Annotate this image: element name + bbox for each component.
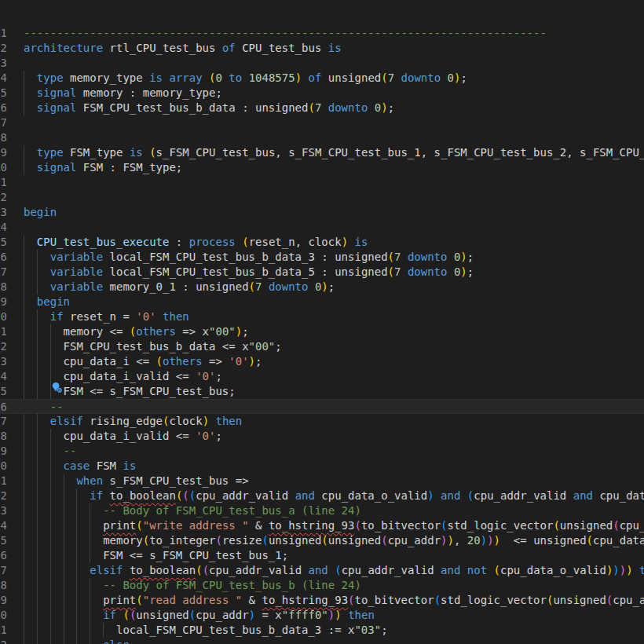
code-text[interactable]: -- Body of FSM_CPU_test_bus_a (line 24) [7,503,644,518]
code-text[interactable]: elsif rising_edge(clock) then [7,414,644,429]
code-line[interactable]: 14 [0,220,644,235]
code-line[interactable]: 17 variable local_FSM_CPU_test_bus_b_dat… [0,265,644,280]
code-text[interactable]: type memory_type is array (0 to 1048575)… [7,71,644,86]
line-number[interactable]: 15 [0,235,7,250]
line-number[interactable]: 1 [0,26,7,41]
line-number[interactable]: 11 [0,175,7,190]
code-text[interactable]: ----------------------------------------… [7,26,644,41]
code-editor[interactable]: 1---------------------------------------… [0,0,644,644]
line-number[interactable]: 42 [0,638,7,644]
code-line[interactable]: 9 type FSM_type is (s_FSM_CPU_test_bus, … [0,145,644,160]
code-text[interactable]: else [7,638,644,644]
line-number[interactable]: 20 [0,309,7,324]
code-text[interactable]: case FSM is [7,459,644,474]
line-number[interactable]: 3 [0,56,7,71]
code-text[interactable]: CPU_test_bus_execute : process (reset_n,… [7,235,644,250]
code-line[interactable]: 23 cpu_data_i <= (others => '0'); [0,354,644,369]
code-text[interactable]: FSM <= s_FSM_CPU_test_bus; [7,384,644,399]
code-text[interactable]: variable local_FSM_CPU_test_bus_b_data_3… [7,250,644,265]
line-number[interactable]: 39 [0,593,7,608]
code-line[interactable]: 36 FSM <= s_FSM_CPU_test_bus_1; [0,548,644,563]
line-number[interactable]: 27 [0,414,7,429]
code-text[interactable]: elsif to_boolean((cpu_addr_valid and (cp… [7,563,644,578]
code-line[interactable]: 16 variable local_FSM_CPU_test_bus_b_dat… [0,250,644,265]
line-number[interactable]: 6 [0,101,7,115]
line-number[interactable]: 13 [0,205,7,220]
code-text[interactable]: cpu_data_i_valid <= '0'; [7,429,644,444]
code-line[interactable]: 4 type memory_type is array (0 to 104857… [0,71,644,86]
line-number[interactable]: 16 [0,250,7,265]
line-number[interactable]: 4 [0,71,7,86]
code-text[interactable]: -- [7,444,644,459]
code-text[interactable]: FSM <= s_FSM_CPU_test_bus_1; [7,548,644,563]
code-line[interactable]: 13begin [0,205,644,220]
code-text[interactable]: memory(to_integer(resize(unsigned(unsign… [7,533,644,548]
line-number[interactable]: 37 [0,563,7,578]
code-text[interactable]: if ((unsigned(cpu_addr) = x"ffff0")) the… [7,608,644,623]
code-text[interactable]: begin [7,295,644,309]
line-number[interactable]: 19 [0,295,7,309]
code-line[interactable]: 37 elsif to_boolean((cpu_addr_valid and … [0,563,644,578]
code-line[interactable]: 8 [0,130,644,145]
line-number[interactable]: 22 [0,339,7,354]
code-line[interactable]: 38 -- Body of FSM_CPU_test_bus_b (line 2… [0,578,644,593]
code-text[interactable]: print("read address " & to_hstring_93(to… [7,593,644,608]
code-line[interactable]: 30 case FSM is [0,459,644,474]
code-line[interactable]: 40 if ((unsigned(cpu_addr) = x"ffff0")) … [0,608,644,623]
line-number[interactable]: 33 [0,503,7,518]
line-number[interactable]: 5 [0,86,7,101]
code-line[interactable]: 28 cpu_data_i_valid <= '0'; [0,429,644,444]
code-line[interactable]: 1---------------------------------------… [0,26,644,41]
code-line[interactable]: 33 -- Body of FSM_CPU_test_bus_a (line 2… [0,503,644,518]
line-number[interactable]: 25 [0,384,7,399]
line-number[interactable]: 41 [0,623,7,638]
code-line[interactable]: 39 print("read address " & to_hstring_93… [0,593,644,608]
code-line[interactable]: 34 print("write address " & to_hstring_9… [0,518,644,533]
line-number[interactable]: 34 [0,518,7,533]
code-line[interactable]: 42 else [0,638,644,644]
code-line[interactable]: 18 variable memory_0_1 : unsigned(7 down… [0,280,644,295]
line-number[interactable]: 28 [0,429,7,444]
line-number[interactable]: 18 [0,280,7,295]
code-line[interactable]: 25 FSM <= s_FSM_CPU_test_bus; [0,384,644,399]
code-line[interactable]: 15 CPU_test_bus_execute : process (reset… [0,235,644,250]
code-text[interactable]: signal memory : memory_type; [7,86,644,101]
line-number[interactable]: 12 [0,190,7,205]
line-number[interactable]: 30 [0,459,7,474]
code-line[interactable]: 5 signal memory : memory_type; [0,86,644,101]
code-text[interactable]: FSM_CPU_test_bus_b_data <= x"00"; [7,339,644,354]
line-number[interactable]: 17 [0,265,7,280]
line-number[interactable]: 38 [0,578,7,593]
code-line[interactable]: 21 memory <= (others => x"00"); [0,324,644,339]
code-line[interactable]: 24 cpu_data_i_valid <= '0'; [0,369,644,384]
line-number[interactable]: 21 [0,324,7,339]
quick-fix-lightbulb-icon[interactable] [24,367,36,379]
code-text[interactable]: local_FSM_CPU_test_bus_b_data_3 := x"03"… [7,623,644,638]
line-number[interactable]: 23 [0,354,7,369]
line-number[interactable]: 7 [0,115,7,130]
code-text[interactable]: signal FSM_CPU_test_bus_b_data : unsigne… [7,101,644,115]
code-line[interactable]: 12 [0,190,644,205]
line-number[interactable]: 2 [0,41,7,56]
code-text[interactable]: variable memory_0_1 : unsigned(7 downto … [7,280,644,295]
code-line[interactable]: 6 signal FSM_CPU_test_bus_b_data : unsig… [0,101,644,115]
code-text[interactable]: cpu_data_i_valid <= '0'; [7,369,644,384]
line-number[interactable]: 32 [0,488,7,503]
code-line[interactable]: 19 begin [0,295,644,309]
code-text[interactable]: -- [7,400,644,415]
line-number[interactable]: 35 [0,533,7,548]
code-text[interactable]: signal FSM : FSM_type; [7,160,644,175]
code-line[interactable]: 35 memory(to_integer(resize(unsigned(uns… [0,533,644,548]
code-line[interactable]: 26 -- [0,399,644,414]
line-number[interactable]: 24 [0,369,7,384]
code-line[interactable]: 3 [0,56,644,71]
code-line[interactable]: 10 signal FSM : FSM_type; [0,160,644,175]
code-line[interactable]: 31 when s_FSM_CPU_test_bus => [0,474,644,488]
code-line[interactable]: 32 if to_boolean(((cpu_addr_valid and cp… [0,488,644,503]
code-line[interactable]: 11 [0,175,644,190]
code-text[interactable]: when s_FSM_CPU_test_bus => [7,474,644,488]
code-text[interactable]: if reset_n = '0' then [7,309,644,324]
line-number[interactable]: 36 [0,548,7,563]
code-text[interactable]: variable local_FSM_CPU_test_bus_b_data_5… [7,265,644,280]
code-line[interactable]: 2architecture rtl_CPU_test_bus of CPU_te… [0,41,644,56]
